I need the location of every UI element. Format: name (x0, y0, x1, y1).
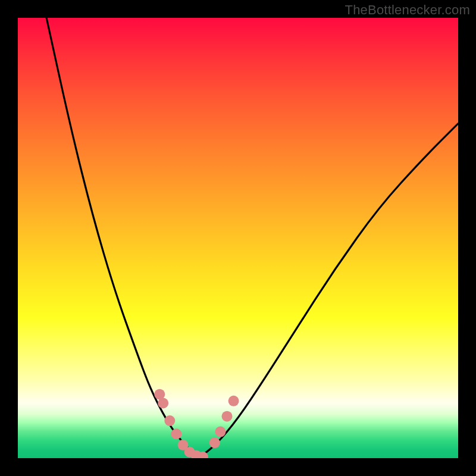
chart-frame: TheBottlenecker.com (0, 0, 476, 476)
data-dot (164, 415, 175, 426)
data-dot (171, 428, 181, 439)
curve-layer (18, 18, 458, 458)
right-curve (198, 124, 458, 458)
watermark-text: TheBottlenecker.com (345, 2, 470, 18)
data-dot (215, 427, 226, 437)
data-dot (222, 411, 233, 422)
data-dot (228, 396, 239, 406)
data-dot (209, 437, 220, 448)
plot-area (18, 18, 458, 458)
left-curve (46, 18, 198, 458)
data-dot (158, 398, 168, 409)
